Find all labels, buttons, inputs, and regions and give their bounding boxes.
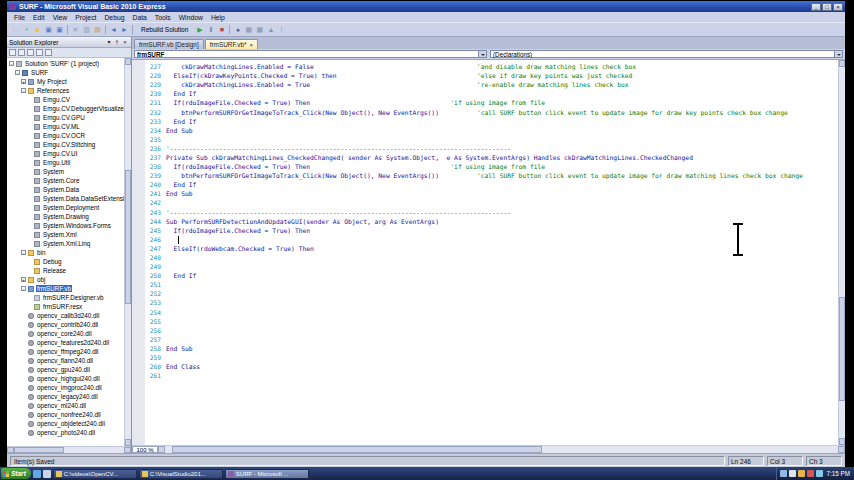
toolbar-cut-icon[interactable]: ✕: [70, 24, 81, 35]
document-tab[interactable]: frmSURF.vb*×: [205, 39, 258, 49]
tree-expander-icon[interactable]: +: [21, 277, 26, 282]
tree-item[interactable]: Release: [7, 266, 124, 275]
tree-item[interactable]: -SURF: [7, 68, 124, 77]
tree-item[interactable]: opencv_objdetect240.dll: [7, 419, 124, 428]
window-menu-icon[interactable]: ▾: [105, 38, 113, 46]
code-line[interactable]: 232 btnPerformSURFOrGetImageToTrack_Clic…: [145, 107, 838, 116]
tree-item[interactable]: Emgu.CV.DebuggerVisualizers: [7, 104, 124, 113]
tab-close-icon[interactable]: ×: [250, 42, 254, 48]
scroll-track[interactable]: [165, 446, 838, 453]
code-line[interactable]: 240 End If: [145, 180, 838, 189]
scroll-up-icon[interactable]: [125, 58, 131, 65]
tree-expander-icon[interactable]: +: [21, 79, 26, 84]
declarations-dropdown[interactable]: (Declarations): [490, 50, 843, 58]
tree-item[interactable]: System: [7, 167, 124, 176]
tree-item[interactable]: opencv_imgproc240.dll: [7, 383, 124, 392]
code-line[interactable]: 242: [145, 198, 838, 207]
tree-item[interactable]: opencv_legacy240.dll: [7, 392, 124, 401]
tree-item[interactable]: opencv_ffmpeg240.dll: [7, 347, 124, 356]
code-line[interactable]: 250 End If: [145, 271, 838, 280]
tree-item[interactable]: System.Data: [7, 185, 124, 194]
tree-item[interactable]: Emgu.CV: [7, 95, 124, 104]
tree-item[interactable]: opencv_ml240.dll: [7, 401, 124, 410]
scroll-thumb[interactable]: [839, 297, 845, 401]
tree-item[interactable]: -frmSURF.vb: [7, 284, 124, 293]
code-line[interactable]: 257: [145, 335, 838, 344]
zoom-level[interactable]: 100 %: [132, 446, 158, 453]
close-icon[interactable]: ×: [121, 38, 129, 46]
tree-item[interactable]: Emgu.CV.GPU: [7, 113, 124, 122]
document-tab[interactable]: frmSURF.vb [Design]: [134, 39, 204, 49]
code-line[interactable]: 261: [145, 371, 838, 380]
tree-item[interactable]: Emgu.CV.Stitching: [7, 140, 124, 149]
toolbar-copy-icon[interactable]: ▥: [81, 24, 92, 35]
code-line[interactable]: 255: [145, 317, 838, 326]
scroll-thumb[interactable]: [172, 446, 542, 453]
menu-item-help[interactable]: Help: [207, 14, 229, 21]
tree-item[interactable]: System.Core: [7, 176, 124, 185]
tree-item[interactable]: System.Xml: [7, 230, 124, 239]
tree-expander-icon[interactable]: -: [15, 70, 20, 75]
code-line[interactable]: 243'------------------------------------…: [145, 208, 838, 217]
tree-item[interactable]: opencv_highgui240.dll: [7, 374, 124, 383]
tree-expander-icon[interactable]: -: [21, 286, 26, 291]
toolbar-find-icon[interactable]: ●: [232, 24, 243, 35]
tree-item[interactable]: System.Windows.Forms: [7, 221, 124, 230]
code-line[interactable]: 241End Sub: [145, 189, 838, 198]
menu-item-tools[interactable]: Tools: [151, 14, 175, 21]
titlebar-minimize-button[interactable]: _: [811, 3, 821, 11]
title-bar[interactable]: SURF - Microsoft Visual Basic 2010 Expre…: [7, 1, 845, 12]
code-line[interactable]: 234End Sub: [145, 126, 838, 135]
tree-item[interactable]: Emgu.CV.OCR: [7, 131, 124, 140]
indicator-margin[interactable]: [132, 60, 145, 445]
tray-icon-1[interactable]: [780, 470, 787, 477]
code-line[interactable]: 260End Class: [145, 362, 838, 371]
tray-icon-2[interactable]: [789, 470, 796, 477]
tree-expander-icon[interactable]: -: [9, 61, 14, 66]
code-line[interactable]: 251: [145, 280, 838, 289]
toolbar-open-file-icon[interactable]: ◆: [32, 24, 43, 35]
toolbar-save-all-icon[interactable]: ▣: [54, 24, 65, 35]
tree-item[interactable]: Debug: [7, 257, 124, 266]
tree-item[interactable]: opencv_nonfree240.dll: [7, 410, 124, 419]
code-line[interactable]: 229 ckDrawMatchingLines.Enabled = True '…: [145, 80, 838, 89]
code-line[interactable]: 252: [145, 289, 838, 298]
code-line[interactable]: 230 End If: [145, 89, 838, 98]
solution-tree-vertical-scrollbar[interactable]: [124, 58, 131, 446]
code-line[interactable]: 256: [145, 326, 838, 335]
tray-icon-4[interactable]: [807, 470, 814, 477]
taskbar-button[interactable]: SURF - Microsoft ...: [225, 469, 309, 479]
code-line[interactable]: 258End Sub: [145, 344, 838, 353]
tray-icon-3[interactable]: [798, 470, 805, 477]
toolbar-add-item-icon[interactable]: +: [21, 24, 32, 35]
tree-item[interactable]: opencv_photo240.dll: [7, 428, 124, 437]
code-line[interactable]: 233 End If: [145, 117, 838, 126]
tree-item[interactable]: opencv_features2d240.dll: [7, 338, 124, 347]
code-line[interactable]: 259: [145, 353, 838, 362]
tree-item[interactable]: -References: [7, 86, 124, 95]
scroll-up-icon[interactable]: [839, 60, 845, 67]
code-line[interactable]: 253: [145, 298, 838, 307]
code-line[interactable]: 239 btnPerformSURFOrGetImageToTrack_Clic…: [145, 171, 838, 180]
tree-item[interactable]: System.Deployment: [7, 203, 124, 212]
menu-item-window[interactable]: Window: [175, 14, 207, 21]
show-desktop-icon[interactable]: [43, 470, 51, 478]
internet-explorer-icon[interactable]: [33, 470, 41, 478]
tree-item[interactable]: opencv_contrib240.dll: [7, 320, 124, 329]
toolbar-save-icon[interactable]: ▣: [43, 24, 54, 35]
se-tool-view-designer-icon[interactable]: [45, 49, 52, 56]
tray-icon-5[interactable]: [816, 470, 823, 477]
object-dropdown[interactable]: frmSURF: [134, 50, 487, 58]
editor-vertical-scrollbar[interactable]: [838, 60, 845, 445]
tree-item[interactable]: opencv_core240.dll: [7, 329, 124, 338]
toolbar-redo-icon[interactable]: ►: [119, 24, 130, 35]
scroll-thumb[interactable]: [14, 447, 64, 453]
scroll-track[interactable]: [125, 65, 131, 439]
se-tool-show-all-files-icon[interactable]: [18, 49, 25, 56]
se-tool-properties-icon[interactable]: [9, 49, 16, 56]
tree-item[interactable]: -bin: [7, 248, 124, 257]
scroll-down-icon[interactable]: [125, 439, 131, 446]
chevron-down-icon[interactable]: [478, 51, 486, 57]
toolbar-run-icon[interactable]: ▶: [194, 24, 205, 35]
toolbar-solution-explorer-icon[interactable]: ▦: [243, 24, 254, 35]
